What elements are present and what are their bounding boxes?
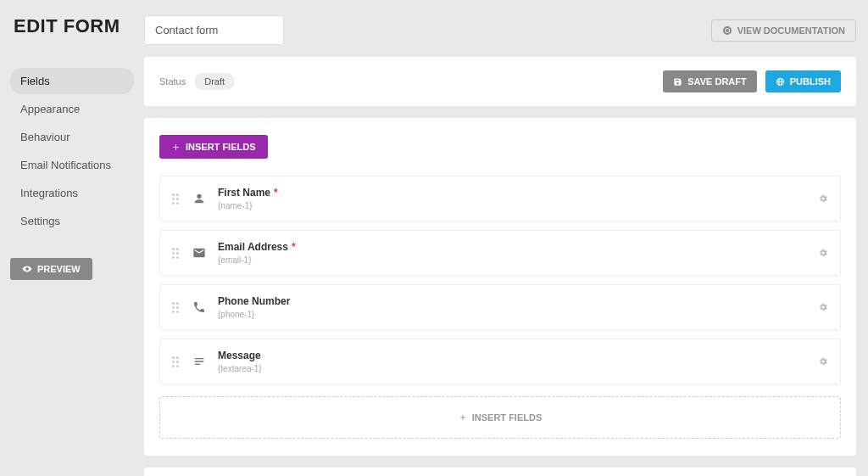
insert-fields-button[interactable]: INSERT FIELDS — [159, 135, 268, 159]
preview-button-label: PREVIEW — [37, 264, 81, 274]
view-documentation-button[interactable]: VIEW DOCUMENTATION — [711, 20, 856, 42]
textarea-icon — [192, 355, 206, 368]
sidebar-item-integrations[interactable]: Integrations — [10, 180, 134, 206]
gear-icon[interactable] — [818, 302, 828, 312]
top-bar: VIEW DOCUMENTATION — [144, 15, 856, 45]
sidebar-item-appearance[interactable]: Appearance — [10, 96, 134, 122]
field-row[interactable]: First Name* {name-1} — [159, 176, 841, 221]
field-title: Message — [218, 350, 806, 361]
field-key: {name-1} — [218, 201, 806, 210]
field-title: Email Address* — [218, 241, 806, 253]
plus-icon — [171, 143, 181, 152]
status-badge: Draft — [194, 73, 235, 90]
gear-icon[interactable] — [818, 356, 828, 367]
field-key: {phone-1} — [218, 310, 806, 319]
field-row[interactable]: Email Address* {email-1} — [159, 230, 841, 276]
drag-handle-icon[interactable] — [172, 193, 181, 204]
gear-icon[interactable] — [818, 248, 828, 258]
save-draft-label: SAVE DRAFT — [687, 76, 746, 87]
submit-card: Send Message — [144, 468, 856, 476]
field-row[interactable]: Message {textarea-1} — [159, 339, 841, 384]
lifebuoy-icon — [722, 25, 732, 36]
field-row[interactable]: Phone Number {phone-1} — [159, 284, 841, 330]
drag-handle-icon[interactable] — [172, 248, 181, 259]
insert-fields-dropzone-label: INSERT FIELDS — [472, 412, 542, 423]
sidebar-item-settings[interactable]: Settings — [10, 208, 134, 234]
field-key: {textarea-1} — [218, 364, 806, 373]
form-name-input[interactable] — [144, 15, 284, 45]
person-icon — [192, 192, 206, 205]
drag-handle-icon[interactable] — [172, 302, 181, 313]
fields-card: INSERT FIELDS First Name* {name-1} — [144, 118, 856, 456]
globe-icon — [776, 77, 785, 87]
view-documentation-label: VIEW DOCUMENTATION — [737, 25, 845, 36]
plus-icon — [459, 413, 467, 422]
fields-list: First Name* {name-1} Email Address* {ema… — [159, 176, 841, 384]
publish-label: PUBLISH — [790, 76, 831, 87]
eye-icon — [22, 264, 32, 274]
field-title: First Name* — [218, 187, 806, 199]
status-card: Status Draft SAVE DRAFT PUBLISH — [144, 57, 856, 106]
preview-button[interactable]: PREVIEW — [10, 258, 92, 280]
sidebar-item-behaviour[interactable]: Behaviour — [10, 124, 134, 150]
sidebar-nav: Fields Appearance Behaviour Email Notifi… — [10, 68, 134, 234]
sidebar-item-email-notifications[interactable]: Email Notifications — [10, 152, 134, 178]
publish-button[interactable]: PUBLISH — [765, 70, 841, 92]
sidebar-item-fields[interactable]: Fields — [10, 68, 134, 94]
insert-fields-button-label: INSERT FIELDS — [186, 142, 256, 152]
insert-fields-dropzone[interactable]: INSERT FIELDS — [159, 396, 841, 439]
page-title: EDIT FORM — [10, 15, 134, 37]
phone-icon — [192, 300, 206, 314]
field-key: {email-1} — [218, 255, 806, 265]
save-draft-button[interactable]: SAVE DRAFT — [663, 70, 756, 92]
gear-icon[interactable] — [818, 193, 828, 204]
drag-handle-icon[interactable] — [172, 356, 181, 367]
field-title: Phone Number — [218, 295, 806, 307]
status-label: Status — [159, 76, 186, 87]
mail-icon — [192, 246, 206, 260]
save-icon — [673, 77, 682, 87]
